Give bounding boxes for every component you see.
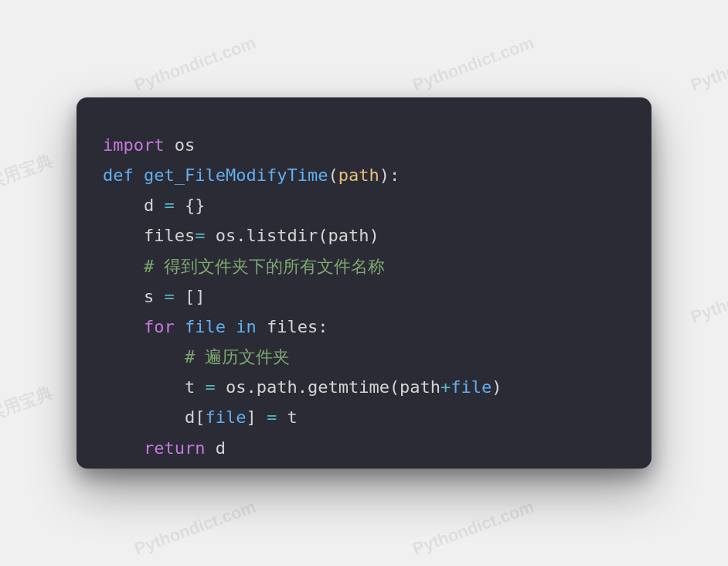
keyword-in: in [236, 317, 257, 336]
paren-open: ( [328, 165, 338, 185]
keyword-for: for [144, 317, 175, 336]
var-file: file [451, 377, 492, 397]
var-file: file [205, 407, 246, 427]
op-eq: = [267, 407, 277, 427]
code-text: ) [492, 377, 502, 397]
op-eq: = [205, 377, 215, 397]
code-text: s [103, 287, 164, 306]
watermark: Pythondict.com [410, 497, 537, 560]
code-block: import os def get_FileModifyTime(path): … [103, 130, 625, 463]
comment-line: # 得到文件夹下的所有文件名称 [103, 257, 385, 276]
code-text: d [103, 196, 164, 215]
indent [103, 317, 144, 336]
keyword-import: import [103, 135, 164, 155]
space [257, 317, 267, 336]
code-text: d [205, 438, 226, 458]
op-eq: = [164, 196, 174, 215]
code-text: os.listdir(path) [205, 226, 379, 245]
watermark: Pythondict.com [689, 265, 728, 328]
comment-line: # 遍历文件夹 [103, 347, 290, 367]
function-name: get_FileModifyTime [144, 165, 328, 185]
paren-close-colon: ): [379, 165, 400, 185]
space [175, 317, 185, 336]
watermark: Pythondict.com [410, 33, 537, 96]
watermark: Python实用宝典 [0, 149, 56, 214]
indent [103, 438, 144, 458]
code-text: files [103, 226, 195, 245]
watermark: Pythondict.com [132, 33, 259, 96]
code-text: ] [246, 407, 267, 427]
code-text: {} [175, 196, 206, 215]
space [226, 317, 236, 336]
keyword-def: def [103, 165, 134, 185]
op-eq: = [195, 226, 205, 245]
code-card: import os def get_FileModifyTime(path): … [77, 97, 651, 469]
watermark: Pythondict.com [132, 497, 259, 560]
keyword-return: return [144, 438, 205, 458]
module-os: os [175, 135, 196, 155]
code-text: [] [175, 287, 206, 306]
op-eq: = [164, 287, 174, 306]
watermark: Pythondict.com [689, 33, 728, 96]
var-file: file [185, 317, 226, 336]
param-path: path [338, 165, 379, 185]
var-files: files: [267, 317, 328, 336]
code-text: t [277, 407, 298, 427]
code-text: t [103, 377, 205, 397]
code-text: d[ [103, 407, 205, 427]
code-text: os.path.getmtime(path [216, 377, 441, 397]
op-plus: + [441, 377, 451, 397]
watermark: Python实用宝典 [0, 381, 56, 446]
